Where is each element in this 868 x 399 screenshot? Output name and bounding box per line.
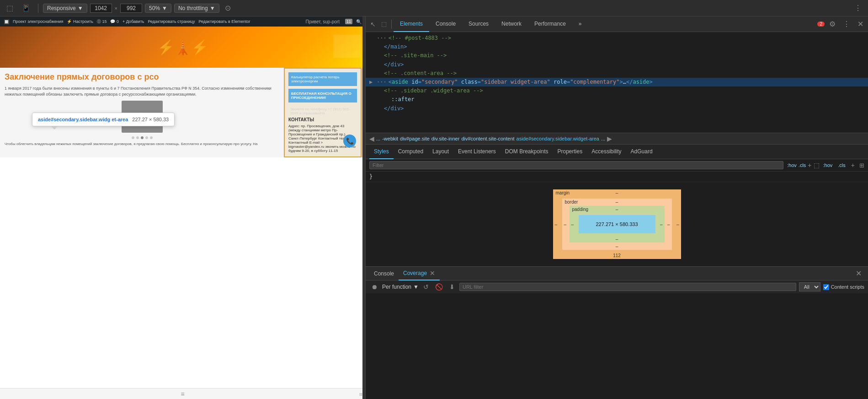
box-content: 227.271 × 580.333 bbox=[579, 215, 655, 233]
breadcrumb-inner[interactable]: div.site-inner bbox=[431, 136, 460, 141]
bottom-panel-tabs: Console Coverage ✕ ✕ bbox=[366, 267, 868, 280]
close-devtools-icon[interactable]: ✕ bbox=[855, 19, 866, 29]
clear-coverage-btn[interactable]: 🚫 bbox=[433, 282, 445, 291]
hov-label[interactable]: :hov bbox=[787, 162, 797, 168]
responsive-dropdown[interactable]: Responsive ▼ bbox=[43, 4, 87, 13]
width-input[interactable] bbox=[90, 4, 112, 13]
add-rule-btn[interactable]: + bbox=[851, 162, 855, 169]
breadcrumb-more[interactable]: ... bbox=[601, 136, 605, 141]
tooltip-dimensions: 227.27 × 580.33 bbox=[132, 117, 169, 122]
more-icon[interactable]: ⋮ bbox=[840, 19, 853, 29]
article-body: 1 января 2017 года были внесены изменени… bbox=[5, 86, 279, 97]
element-picker-icon[interactable]: ↖ bbox=[367, 20, 378, 29]
padding-right: – bbox=[660, 222, 663, 227]
height-input[interactable] bbox=[120, 4, 142, 13]
breadcrumb-webkit[interactable]: -webkit bbox=[382, 136, 398, 141]
add-new[interactable]: + Добавить bbox=[122, 19, 144, 24]
per-function-dropdown[interactable]: Per function ▼ bbox=[382, 284, 419, 290]
hov-filter-btn[interactable]: :hov bbox=[823, 162, 833, 168]
subtab-styles[interactable]: Styles bbox=[369, 145, 394, 159]
export-coverage-btn[interactable]: ⬇ bbox=[447, 282, 457, 291]
subtab-properties[interactable]: Properties bbox=[553, 145, 587, 159]
tab-more[interactable]: » bbox=[572, 16, 588, 32]
tab-coverage[interactable]: Coverage ✕ bbox=[399, 267, 440, 280]
wp-logo[interactable]: 🔲 bbox=[4, 19, 9, 24]
resize-handle-right[interactable] bbox=[362, 16, 365, 399]
url-filter-input[interactable] bbox=[459, 283, 796, 291]
search-icon-wp[interactable]: 🔍 bbox=[356, 19, 362, 24]
breadcrumb-page[interactable]: div#page.site bbox=[400, 136, 430, 141]
subtab-layout[interactable]: Layout bbox=[428, 145, 453, 159]
device-toggle-icon[interactable]: 📱 bbox=[19, 3, 33, 13]
breadcrumb-dots[interactable]: ... bbox=[376, 136, 380, 141]
bottom-coverage-panel: Console Coverage ✕ ✕ ⏺ Pe bbox=[366, 266, 868, 293]
breadcrumb-aside[interactable]: aside#secondary.sidebar.widget-area bbox=[517, 136, 599, 141]
coverage-close-btn[interactable]: ✕ bbox=[430, 270, 435, 277]
edit-page[interactable]: Редактировать страницу bbox=[148, 19, 195, 24]
elementor-edit[interactable]: Редактировать в Elementor bbox=[198, 19, 250, 24]
aside-toggle[interactable]: ▶ bbox=[369, 78, 377, 86]
subtab-event-listeners[interactable]: Event Listeners bbox=[453, 145, 501, 159]
more-icon: ⋮ bbox=[854, 4, 862, 12]
notification-badge: 11 bbox=[345, 19, 352, 24]
throttling-dropdown[interactable]: No throttling ▼ bbox=[174, 4, 219, 13]
dimension-x: × bbox=[115, 5, 117, 11]
tab-network[interactable]: Network bbox=[495, 16, 528, 32]
border-label: border bbox=[565, 200, 578, 205]
subtab-dom-breakpoints[interactable]: DOM Breakpoints bbox=[501, 145, 553, 159]
breadcrumb-content[interactable]: div#content.site-content bbox=[461, 136, 514, 141]
comments[interactable]: 💬 0 bbox=[110, 19, 119, 24]
nav-left-icon[interactable]: ◀ bbox=[369, 135, 374, 142]
devtools-panel: ↖ ⬚ Elements Console Sources Network Per… bbox=[366, 16, 868, 399]
content-scripts-checkbox[interactable] bbox=[823, 284, 829, 290]
tab-console[interactable]: Console bbox=[429, 16, 462, 32]
content-scripts-label[interactable]: Content scripts bbox=[823, 284, 864, 290]
site-name[interactable]: Проект электроснабжения bbox=[13, 19, 63, 24]
box-dimensions: 227.271 × 580.333 bbox=[596, 221, 638, 227]
customize-link[interactable]: ⚡ Настроить bbox=[67, 19, 93, 24]
tab-console-bottom[interactable]: Console bbox=[369, 267, 399, 280]
cls-filter-btn[interactable]: .cls bbox=[838, 162, 846, 168]
close-bottom-panel-icon[interactable]: ✕ bbox=[853, 268, 864, 279]
margin-bottom: 112 bbox=[613, 253, 621, 258]
error-count-badge: 2 bbox=[817, 22, 825, 27]
source-line-aside[interactable]: ▶ ··· <aside id="secondary" class="sideb… bbox=[366, 78, 868, 86]
add-style-icon[interactable]: + bbox=[808, 162, 811, 169]
styles-filter-input[interactable] bbox=[369, 161, 783, 169]
tab-elements[interactable]: Elements bbox=[394, 16, 429, 32]
hello-user: Привет, sup-port bbox=[306, 19, 340, 24]
resize-handle-bottom[interactable]: ≡ bbox=[0, 388, 365, 399]
new-style-rule-icon[interactable]: ⬚ bbox=[814, 162, 820, 169]
subtab-adguard[interactable]: AdGuard bbox=[626, 145, 657, 159]
box-model-container: margin – 112 – – border – – – – bbox=[366, 182, 868, 266]
padding-bottom: – bbox=[616, 237, 618, 242]
post-count[interactable]: ⓪ 15 bbox=[97, 19, 107, 25]
zoom-dropdown[interactable]: 50% ▼ bbox=[145, 4, 171, 13]
style-brace: } bbox=[369, 173, 373, 180]
subtab-accessibility[interactable]: Accessibility bbox=[587, 145, 626, 159]
settings-icon[interactable]: ⚙ bbox=[826, 19, 838, 29]
tab-sources[interactable]: Sources bbox=[462, 16, 495, 32]
record-coverage-btn[interactable]: ⏺ bbox=[369, 282, 379, 291]
cls-label[interactable]: .cls bbox=[799, 162, 806, 168]
expand-arrow-1 bbox=[369, 34, 377, 43]
margin-top: – bbox=[616, 190, 618, 195]
tab-separator bbox=[391, 20, 392, 29]
source-line-2: </main> bbox=[366, 43, 868, 51]
source-line-6: <!-- .sidebar .widget-area --> bbox=[366, 86, 868, 95]
nav-right-icon[interactable]: ▶ bbox=[607, 135, 612, 142]
phone-fab[interactable]: 📞 bbox=[343, 135, 356, 147]
box-border: border – – – – padding – – – – bbox=[562, 199, 672, 250]
reload-coverage-btn[interactable]: ↺ bbox=[421, 282, 431, 291]
breadcrumb-bar: ◀ ... -webkit div#page.site div.site-inn… bbox=[366, 133, 868, 145]
resize-corner[interactable]: ⌗ bbox=[356, 390, 365, 399]
device-icon[interactable]: ⬚ bbox=[378, 20, 389, 28]
more-options-icon[interactable]: ⋮ bbox=[852, 3, 864, 13]
devtools-tabs: ↖ ⬚ Elements Console Sources Network Per… bbox=[366, 16, 868, 32]
tab-performance[interactable]: Performance bbox=[528, 16, 572, 32]
all-select[interactable]: All bbox=[799, 282, 820, 291]
subtab-computed[interactable]: Computed bbox=[394, 145, 428, 159]
new-stylesheet-btn[interactable]: ⊞ bbox=[859, 162, 864, 169]
inspect-icon[interactable]: ⬚ bbox=[4, 3, 16, 13]
sensor-icon[interactable]: ⊙ bbox=[222, 3, 234, 13]
